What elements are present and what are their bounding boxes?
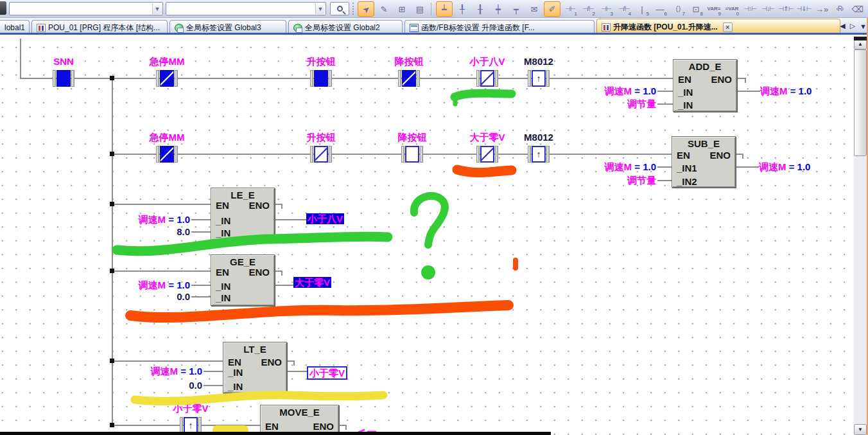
rising-pulse-branch-icon[interactable]: ⊣⇑⊢ — [777, 1, 794, 17]
coil-icon[interactable]: ( )7 — [670, 1, 686, 17]
contact-no_on[interactable] — [53, 70, 74, 87]
statement-list-icon[interactable]: ▤ — [412, 1, 428, 17]
insert-cell-icon[interactable]: ┿ — [490, 1, 507, 17]
output-label-icon[interactable]: =VAR0 — [724, 1, 740, 17]
operand-label[interactable]: 调速M = 1.0 — [139, 214, 190, 225]
function-block-move_e[interactable]: MOVE_EENENO — [260, 405, 339, 435]
operand-label[interactable]: 调节量 — [627, 98, 656, 109]
operand-label[interactable]: 0.0 — [177, 291, 190, 302]
contact-label[interactable]: SNN — [53, 57, 74, 67]
select-cursor-icon[interactable]: ➤ — [358, 1, 374, 17]
contact-no_off[interactable] — [401, 146, 423, 163]
contact-label[interactable]: 降按钮 — [395, 57, 424, 67]
contact-no_on[interactable] — [310, 70, 332, 87]
operand-label[interactable]: 调速M = 1.0 — [139, 280, 190, 290]
rising-pulse-contact-icon[interactable]: ⊣↑⊢ — [742, 1, 758, 17]
operand-label[interactable]: 大于零V — [293, 277, 331, 288]
open-branch-icon[interactable]: ⊣⊢3 — [598, 1, 614, 17]
contact-edge[interactable]: ↑ — [528, 70, 550, 87]
function-block-ge_e[interactable]: GE_EENENO_IN_IN — [211, 254, 275, 306]
insert-rung-icon[interactable]: ╀ — [454, 1, 471, 17]
operand-label[interactable]: 小于八V — [306, 213, 344, 224]
closed-branch-icon[interactable]: ⊣/⊢4 — [616, 1, 632, 17]
input-label-icon[interactable]: VAR=9 — [706, 1, 722, 17]
find-text-combo[interactable]: ▼ — [166, 2, 326, 15]
wire-segment — [204, 371, 223, 372]
block-pin-en: EN — [228, 357, 241, 368]
function-block-lt_e[interactable]: LT_EENENO_IN_IN — [223, 342, 287, 393]
contact-label[interactable]: 大于零V — [469, 132, 505, 143]
function-block-sub_e[interactable]: SUB_EENENO_IN1_IN2 — [672, 136, 736, 188]
tab-label: lobal1 — [4, 23, 24, 32]
closed-contact-icon[interactable]: ⊣/⊢2 — [580, 1, 596, 17]
scroll-down-button[interactable]: ▼ — [854, 424, 867, 435]
ladder-canvas[interactable]: SNN急停MM升按钮降按钮小于八V↑M8012急停MM升按钮降按钮大于零V↑M8… — [0, 35, 868, 435]
block-pin-en: EN — [265, 421, 279, 432]
chevron-down-icon[interactable]: ▼ — [315, 3, 325, 14]
contact-label[interactable]: 升按钮 — [307, 57, 336, 67]
vertical-scrollbar[interactable]: ▲ ▼ — [854, 37, 867, 435]
operand-label[interactable]: 调速M = 1.0 — [605, 161, 656, 172]
block-title: LE_E — [211, 190, 274, 200]
contact-label[interactable]: 急停MM — [150, 132, 185, 143]
chevron-down-icon[interactable]: ▼ — [152, 3, 162, 14]
contact-label[interactable]: 降按钮 — [398, 132, 427, 143]
operand-label[interactable]: 0.0 — [189, 380, 202, 391]
select-cursor-icon-glyph: ➤ — [363, 5, 370, 13]
device-search-combo[interactable]: ▼ — [9, 2, 163, 15]
contact-nc_on[interactable] — [398, 70, 420, 87]
tab-scroll-right-icon[interactable]: ▷ — [850, 22, 855, 30]
return-icon[interactable]: ‹R› — [831, 1, 848, 17]
search-button[interactable] — [330, 2, 349, 15]
wire-segment — [204, 385, 223, 386]
open-contact-icon[interactable]: ⊣⊢1 — [562, 1, 578, 17]
contact-nc_off[interactable] — [476, 70, 498, 87]
operand-label[interactable]: 小于零V — [307, 366, 347, 380]
function-block-icon[interactable]: ⊡8 — [688, 1, 704, 17]
delete-rung-icon[interactable]: ╂ — [472, 1, 489, 17]
tab-scroll-left-icon[interactable]: ◀ — [840, 22, 845, 30]
vertical-line-icon[interactable]: |5 — [634, 1, 650, 17]
tab-list-icon[interactable]: ▼ — [860, 22, 867, 30]
clipped-toolbar-icon[interactable] — [0, 1, 6, 15]
contact-label[interactable]: M8012 — [524, 132, 553, 143]
contact-label[interactable]: 急停MM — [150, 57, 185, 67]
horizontal-line-icon[interactable]: —6 — [652, 1, 668, 17]
falling-pulse-contact-icon[interactable]: ⊣↓⊢ — [759, 1, 776, 17]
operand-label[interactable]: 调速M = 1.0 — [760, 85, 812, 96]
jump-icon[interactable]: →» — [813, 1, 830, 17]
contact-label[interactable]: 小于八V — [469, 57, 505, 67]
scroll-down-icon: ▼ — [858, 427, 863, 432]
eraser-icon[interactable]: ⌫ — [849, 1, 866, 17]
contact-nc_off[interactable] — [476, 146, 498, 163]
write-mode-icon[interactable]: ✐ — [544, 1, 560, 17]
delete-cell-icon[interactable]: ┯ — [508, 1, 525, 17]
contact-nc_on[interactable] — [156, 70, 178, 87]
contact-bracket-right — [495, 146, 498, 163]
wire-segment — [293, 360, 295, 366]
contact-symbol — [314, 146, 328, 163]
insert-row-icon[interactable]: ⊞ — [394, 1, 410, 17]
scrollbar-thumb[interactable] — [854, 49, 867, 156]
block-pin-in: _IN — [228, 367, 243, 378]
falling-pulse-branch-icon[interactable]: ⊣⇓⊢ — [795, 1, 812, 17]
operand-label[interactable]: 8.0 — [177, 226, 190, 237]
contact-label[interactable]: 升按钮 — [307, 132, 336, 143]
contact-label[interactable]: M8012 — [524, 57, 553, 67]
operand-label[interactable]: 调速M = 1.0 — [151, 366, 202, 377]
contact-label[interactable]: 小于零V — [173, 404, 208, 414]
operand-label[interactable]: 调节量 — [627, 175, 656, 186]
pencil-icon[interactable]: ✎ — [376, 1, 392, 17]
tab-close-button[interactable]: × — [723, 22, 733, 32]
function-block-add_e[interactable]: ADD_EENENO_IN_IN — [673, 59, 737, 112]
contact-nc_on[interactable] — [156, 146, 178, 163]
function-block-le_e[interactable]: LE_EENENO_IN_IN — [211, 188, 275, 240]
comment-edit-icon[interactable]: ✉ — [526, 1, 542, 17]
operand-label[interactable]: 调速M = 1.0 — [759, 161, 810, 172]
contact-nc_off[interactable] — [310, 146, 332, 163]
branch-write-icon[interactable]: ┷ — [436, 1, 453, 17]
contact-edge[interactable]: ↑ — [528, 146, 550, 163]
contact-bracket-right — [417, 70, 420, 87]
operand-label[interactable]: 调速M = 1.0 — [605, 85, 656, 96]
toolbar-grip — [352, 3, 356, 15]
